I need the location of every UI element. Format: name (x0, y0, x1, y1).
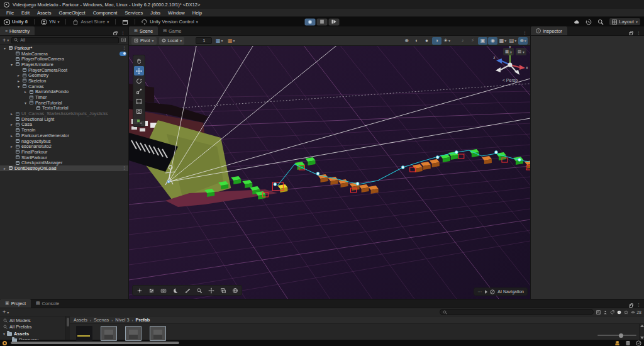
favorite-filter-icon[interactable] (624, 310, 628, 315)
skybox-toggle-button[interactable]: ◑ (432, 37, 441, 45)
type-filter-icon[interactable]: i (617, 310, 621, 315)
search-in-assets-icon[interactable] (596, 310, 601, 315)
menu-file[interactable]: File (3, 10, 18, 16)
drag-handle-icon[interactable]: ⋯ (477, 289, 482, 294)
lock-icon[interactable] (113, 32, 117, 35)
orbit-tool-button[interactable] (134, 286, 145, 294)
breadcrumb-nivel3[interactable]: Nivel 3 (115, 317, 129, 323)
camera-overlay-button[interactable] (158, 286, 169, 294)
search-icon[interactable] (597, 19, 604, 25)
expand-arrow-icon[interactable]: ▸ (9, 122, 14, 126)
scene-canvas[interactable]: y x z < Persp (129, 46, 530, 299)
saved-search-all-prefabs[interactable]: All Prefabs (3, 324, 65, 330)
create-button[interactable]: +▾ (3, 37, 9, 43)
asset-thumbnail[interactable] (125, 326, 142, 341)
grid-size-field[interactable] (196, 37, 212, 44)
expand-arrow-icon[interactable]: ▾ (3, 332, 5, 336)
scale-tool-button[interactable] (134, 86, 144, 96)
shaded-mode-button[interactable]: ⊕ (402, 37, 411, 45)
lock-icon[interactable] (629, 32, 633, 35)
tab-hierarchy[interactable]: ≡ Hierarchy (0, 26, 35, 35)
status-warning-icon[interactable] (3, 341, 7, 345)
hierarchy-search-input[interactable] (20, 38, 116, 42)
expand-arrow-icon[interactable]: ▾ (16, 84, 21, 89)
breadcrumb-scenas[interactable]: Scenas (94, 317, 109, 323)
effects-button[interactable]: ⚡ (468, 37, 477, 45)
lighting-overlay-button[interactable] (170, 286, 180, 294)
camera-settings-button[interactable]: ▣ (478, 37, 487, 45)
hierarchy-item-textotutorial[interactable]: TextoTutorial (0, 106, 128, 111)
content-scrollbar[interactable] (639, 324, 644, 340)
scroll-down-icon[interactable] (640, 337, 644, 339)
expand-arrow-icon[interactable]: ▸ (9, 144, 14, 148)
hierarchy-item-nagoyacitybus[interactable]: nagoyacitybus (0, 138, 128, 144)
kebab-menu-icon[interactable]: ⋮ (636, 30, 641, 35)
history-icon[interactable] (586, 19, 592, 25)
step-button[interactable] (329, 18, 340, 25)
hierarchy-item-checkpointmanager[interactable]: CheckpointManager (0, 160, 128, 165)
asset-thumbnail[interactable] (76, 326, 92, 341)
hierarchy-item-terrain[interactable]: Terrain (0, 127, 128, 133)
menu-assets[interactable]: Assets (33, 10, 55, 16)
hierarchy-item-geometry[interactable]: ▸Geometry (0, 72, 128, 78)
hierarchy-item-finalparkour[interactable]: FinalParkour (0, 149, 128, 155)
visibility-toggle-icon[interactable] (119, 52, 126, 56)
tab-inspector[interactable]: i Inspector (531, 26, 567, 35)
hierarchy-item-skeleton[interactable]: ▸Skeleton (0, 78, 128, 84)
kebab-menu-icon[interactable]: ⋮ (122, 165, 126, 170)
version-control-button[interactable]: Unity Version Control ▾ (142, 19, 197, 25)
expand-arrow-icon[interactable]: ▸ (9, 111, 14, 116)
asset-store-search-icon[interactable] (603, 310, 608, 315)
navigation-overlay-button[interactable] (230, 286, 240, 294)
create-asset-button[interactable]: +▾ (3, 309, 9, 315)
handle-rotation-dropdown[interactable]: Local ▾ (159, 37, 185, 45)
scroll-up-icon[interactable] (640, 325, 644, 327)
expand-arrow-icon[interactable] (485, 290, 487, 294)
hierarchy-item-timer[interactable]: Timer (0, 94, 128, 100)
zoom-overlay-button[interactable] (194, 286, 204, 294)
hierarchy-item-parkourlevelgenerator[interactable]: ▸ParkourLevelGenerator (0, 133, 128, 138)
lock-icon[interactable] (629, 304, 633, 308)
saved-search-all-models[interactable]: All Models (3, 318, 65, 323)
expand-arrow-icon[interactable]: ▸ (23, 89, 28, 94)
hierarchy-item-barravidafondo[interactable]: ▸BarraVidaFondo (0, 89, 128, 95)
search-filter-icon[interactable] (121, 38, 126, 42)
pause-button[interactable] (317, 18, 328, 25)
menu-window[interactable]: Window (164, 10, 189, 16)
axis-z-label[interactable]: z (493, 55, 495, 60)
view-options-dropdown[interactable]: ▤▾ (516, 48, 526, 55)
expand-arrow-icon[interactable]: ▸ (16, 79, 21, 83)
kebab-menu-icon[interactable]: ⋮ (122, 45, 126, 50)
custom-tool-button[interactable] (134, 116, 144, 126)
label-filter-icon[interactable] (610, 310, 614, 315)
package-manager-button[interactable] (122, 19, 128, 25)
perspective-label[interactable]: < Persp (502, 78, 518, 83)
menu-jobs[interactable]: Jobs (147, 10, 164, 16)
hierarchy-item-paneltutorial[interactable]: ▾PanelTutorial (0, 100, 128, 106)
view-tool-button[interactable] (134, 56, 144, 65)
menu-component[interactable]: Component (89, 10, 121, 16)
paint-overlay-button[interactable] (182, 286, 192, 294)
layers-overlay-button[interactable] (218, 286, 228, 294)
kebab-menu-icon[interactable]: ⋮ (523, 30, 527, 35)
pivot-mode-dropdown[interactable]: Pivot ▾ (131, 37, 157, 45)
camera-speed-dropdown[interactable]: ▦▾ (503, 48, 514, 55)
rotate-tool-button[interactable] (134, 76, 144, 86)
hierarchy-item-parkour[interactable]: ▾Parkour*⋮ (0, 45, 128, 51)
hierarchy-item-playercameraroot[interactable]: PlayerCameraRoot (0, 67, 128, 73)
menu-edit[interactable]: Edit (18, 10, 33, 16)
asset-thumbnail[interactable] (150, 326, 166, 341)
play-button[interactable] (305, 18, 316, 25)
folder-assets[interactable]: ▾ Assets (3, 332, 65, 337)
tab-console[interactable]: ▤ Console (31, 299, 64, 308)
snap-increment-dropdown[interactable]: ▦▾ (226, 37, 236, 45)
hierarchy-search[interactable] (11, 37, 119, 43)
lighting-toggle-button[interactable]: ● (422, 37, 431, 45)
hierarchy-item-canvas[interactable]: ▾Canvas (0, 84, 128, 89)
expand-arrow-icon[interactable]: ▾ (23, 101, 28, 105)
2d-mode-button[interactable]: ◐ (412, 37, 421, 45)
project-search[interactable] (440, 309, 594, 315)
project-search-input[interactable] (449, 310, 591, 315)
expand-arrow-icon[interactable]: ▸ (9, 133, 14, 138)
kebab-menu-icon[interactable]: ⋮ (121, 30, 125, 35)
